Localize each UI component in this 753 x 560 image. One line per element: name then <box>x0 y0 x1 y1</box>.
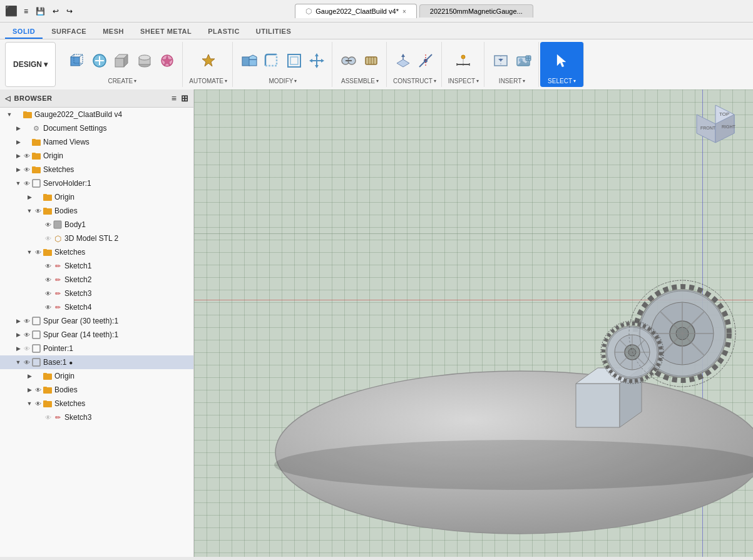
sg30-eye[interactable]: 👁 <box>23 317 31 325</box>
tree-item-servoholder[interactable]: 👁 ServoHolder:1 <box>0 176 193 190</box>
create-label[interactable]: CREATE ▾ <box>108 76 136 84</box>
construct-axis-icon[interactable] <box>416 51 436 71</box>
modify-label[interactable]: MODIFY ▾ <box>269 76 297 84</box>
sh-sketches-arrow[interactable] <box>25 248 34 257</box>
origin-top-eye[interactable]: 👁 <box>23 151 31 160</box>
inspect-label[interactable]: INSPECT ▾ <box>448 76 479 84</box>
tree-item-pointer[interactable]: 👁 Pointer:1 <box>0 342 193 355</box>
tree-item-sketch2[interactable]: 👁 ✏ Sketch2 <box>0 273 193 287</box>
menu-icon[interactable]: ≡ <box>21 7 31 16</box>
sk3-eye[interactable]: 👁 <box>44 289 53 298</box>
automate-label[interactable]: AUTOMATE ▾ <box>189 76 227 84</box>
base-sketches-eye[interactable]: 👁 <box>34 399 43 408</box>
tree-item-spurgear14[interactable]: 👁 Spur Gear (14 teeth):1 <box>0 328 193 342</box>
sh-sketches-eye[interactable]: 👁 <box>34 248 43 257</box>
tree-item-body1[interactable]: 👁 Body1 <box>0 218 193 232</box>
tab-utilities[interactable]: UTILITIES <box>248 25 299 39</box>
3d-eye-hidden[interactable]: 👁 <box>44 234 53 243</box>
insert-canvas-icon[interactable] <box>491 51 511 71</box>
active-tab[interactable]: ⬡ Gauge2022_ClaatBuild v4* × <box>295 4 417 18</box>
construct-plane-icon[interactable] <box>393 51 413 71</box>
insert-decal-icon[interactable] <box>513 51 533 71</box>
tree-item-sketch4[interactable]: 👁 ✏ Sketch4 <box>0 300 193 314</box>
ptr-arrow[interactable] <box>14 344 23 353</box>
ptr-eye-hidden[interactable]: 👁 <box>23 344 31 353</box>
base-sketches-arrow[interactable] <box>25 399 34 408</box>
base-origin-arrow[interactable] <box>25 372 34 380</box>
browser-filter-icon[interactable]: ≡ <box>172 93 177 103</box>
tree-item-base-origin[interactable]: 👁 Origin <box>0 369 193 383</box>
tab-sheet-metal[interactable]: SHEET METAL <box>133 25 199 39</box>
construct-label[interactable]: CONSTRUCT ▾ <box>393 76 436 84</box>
other-tab[interactable]: 2022150mmMagneticGauge... <box>419 4 533 18</box>
tree-item-sh-origin[interactable]: 👁 Origin <box>0 190 193 204</box>
tree-item-sh-bodies[interactable]: 👁 Bodies <box>0 204 193 218</box>
tree-item-sketch1[interactable]: 👁 ✏ Sketch1 <box>0 259 193 273</box>
tree-item-sketches-top[interactable]: 👁 Sketches <box>0 163 193 176</box>
viewport[interactable]: TOP FRONT RIGHT <box>194 89 753 557</box>
design-button[interactable]: DESIGN ▾ <box>5 42 56 87</box>
tab-surface[interactable]: SURFACE <box>44 25 94 39</box>
tree-item-named-views[interactable]: Named Views <box>0 135 193 149</box>
body1-eye[interactable]: 👁 <box>44 220 53 229</box>
base-bodies-arrow[interactable] <box>25 385 34 394</box>
inspect-measure-icon[interactable] <box>453 51 473 71</box>
sg30-arrow[interactable] <box>14 317 23 325</box>
doc-arrow[interactable] <box>14 124 23 133</box>
tab-close-button[interactable]: × <box>402 8 406 15</box>
redo-icon[interactable]: ↪ <box>64 7 75 16</box>
insert-label[interactable]: INSERT ▾ <box>499 76 526 84</box>
create-new-component-icon[interactable] <box>90 51 110 71</box>
create-extrude-icon[interactable] <box>67 51 87 71</box>
create-special-icon[interactable] <box>157 51 177 71</box>
tab-plastic[interactable]: PLASTIC <box>200 25 247 39</box>
create-cylinder-icon[interactable] <box>135 51 155 71</box>
browser-expand-icon[interactable]: ⊞ <box>181 93 189 103</box>
create-box-icon[interactable] <box>112 51 132 71</box>
base-sk3-eye-hidden[interactable]: 👁 <box>44 413 53 422</box>
select-icon[interactable] <box>552 51 572 71</box>
tree-item-base[interactable]: 👁 Base:1 ● <box>0 355 193 369</box>
modify-press-pull-icon[interactable] <box>239 51 259 71</box>
sk2-eye[interactable]: 👁 <box>44 275 53 284</box>
tab-solid[interactable]: SOLID <box>5 25 43 39</box>
tree-item-sketch3[interactable]: 👁 ✏ Sketch3 <box>0 287 193 300</box>
assemble-joint-icon[interactable] <box>339 51 359 71</box>
tree-item-sh-sketches[interactable]: 👁 Sketches <box>0 245 193 259</box>
tree-item-root[interactable]: Gauge2022_ClaatBuild v4 <box>0 108 193 121</box>
sh-arrow[interactable] <box>14 179 23 188</box>
navigation-cube[interactable]: TOP FRONT RIGHT <box>690 102 740 152</box>
modify-move-icon[interactable] <box>307 51 327 71</box>
automate-icon[interactable] <box>198 51 218 71</box>
tree-item-spurgear30[interactable]: 👁 Spur Gear (30 teeth):1 <box>0 314 193 328</box>
sk4-eye[interactable]: 👁 <box>44 303 53 312</box>
modify-shell-icon[interactable] <box>284 51 304 71</box>
nv-arrow[interactable] <box>14 138 23 146</box>
sh-origin-arrow[interactable] <box>25 193 34 201</box>
origin-top-arrow[interactable] <box>14 151 23 160</box>
modify-fillet-icon[interactable] <box>262 51 282 71</box>
sk1-eye[interactable]: 👁 <box>44 262 53 270</box>
browser-collapse-button[interactable]: ◁ <box>5 94 11 103</box>
tree-item-3dmodel[interactable]: 👁 ⬡ 3D Model STL 2 <box>0 232 193 245</box>
sh-bodies-arrow[interactable] <box>25 206 34 215</box>
base-eye[interactable]: 👁 <box>23 358 31 367</box>
undo-icon[interactable]: ↩ <box>50 7 61 16</box>
app-icon[interactable]: ⬛ <box>5 5 18 17</box>
sh-eye[interactable]: 👁 <box>23 179 31 188</box>
tree-item-origin-top[interactable]: 👁 Origin <box>0 149 193 163</box>
tree-item-base-sketches[interactable]: 👁 Sketches <box>0 397 193 410</box>
base-bodies-eye[interactable]: 👁 <box>34 385 43 394</box>
sg14-arrow[interactable] <box>14 330 23 339</box>
sg14-eye[interactable]: 👁 <box>23 330 31 339</box>
tree-item-base-bodies[interactable]: 👁 Bodies <box>0 383 193 397</box>
save-icon[interactable]: 💾 <box>33 7 48 16</box>
sh-bodies-eye[interactable]: 👁 <box>34 206 43 215</box>
tab-mesh[interactable]: MESH <box>95 25 131 39</box>
select-label[interactable]: SELECT ▾ <box>548 76 576 84</box>
sketches-top-eye[interactable]: 👁 <box>23 165 31 174</box>
assemble-rigid-icon[interactable] <box>361 51 381 71</box>
sketches-top-arrow[interactable] <box>14 165 23 174</box>
tree-item-doc-settings[interactable]: ⚙ Document Settings <box>0 121 193 135</box>
tree-item-base-sketch3[interactable]: 👁 ✏ Sketch3 <box>0 410 193 424</box>
